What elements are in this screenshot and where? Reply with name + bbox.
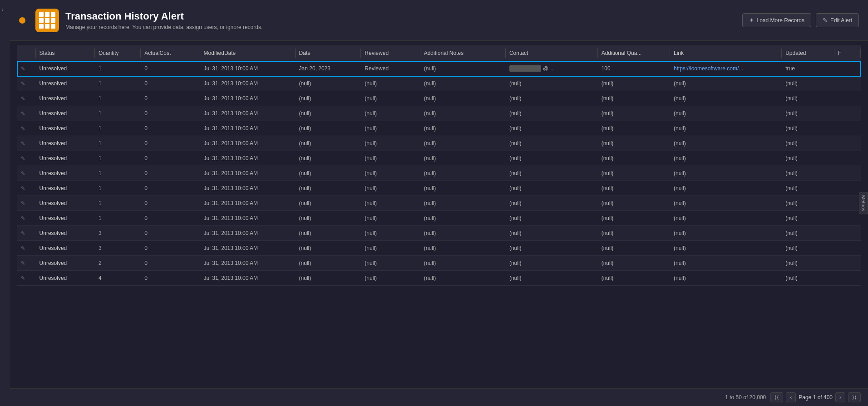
edit-row-icon[interactable]: ✎ bbox=[21, 141, 25, 146]
row-f bbox=[834, 61, 861, 76]
row-date: (null) bbox=[296, 106, 361, 121]
metrics-sidebar-tab[interactable]: Metrics bbox=[859, 192, 868, 214]
row-addqua: (null) bbox=[598, 151, 670, 166]
row-edit-cell[interactable]: ✎ bbox=[17, 256, 36, 271]
pagination-next-button[interactable]: › bbox=[835, 392, 845, 402]
edit-row-icon[interactable]: ✎ bbox=[21, 96, 25, 101]
row-edit-cell[interactable]: ✎ bbox=[17, 196, 36, 211]
row-status: Unresolved bbox=[36, 241, 95, 256]
row-quantity: 4 bbox=[95, 271, 141, 286]
row-status: Unresolved bbox=[36, 211, 95, 226]
row-edit-cell[interactable]: ✎ bbox=[17, 241, 36, 256]
row-edit-cell[interactable]: ✎ bbox=[17, 271, 36, 286]
row-actualcost: 0 bbox=[141, 76, 200, 91]
sidebar-toggle[interactable]: › bbox=[0, 0, 10, 406]
edit-row-icon[interactable]: ✎ bbox=[21, 171, 25, 176]
row-addqua: 100 bbox=[598, 61, 670, 76]
col-header-modifieddate[interactable]: ModifiedDate bbox=[200, 45, 296, 61]
row-addqua: (null) bbox=[598, 76, 670, 91]
row-contact: (null) bbox=[506, 136, 598, 151]
row-f bbox=[834, 241, 861, 256]
row-f bbox=[834, 196, 861, 211]
load-more-records-button[interactable]: ✦ Load More Records bbox=[742, 13, 811, 27]
edit-row-icon[interactable]: ✎ bbox=[21, 215, 25, 221]
col-header-reviewed[interactable]: Reviewed bbox=[361, 45, 420, 61]
app-icon-cell bbox=[45, 24, 49, 29]
row-quantity: 3 bbox=[95, 241, 141, 256]
col-header-quantity[interactable]: Quantity bbox=[95, 45, 141, 61]
pagination-page-label: Page 1 of 400 bbox=[799, 394, 833, 401]
edit-row-icon[interactable]: ✎ bbox=[21, 275, 25, 281]
table-row: ✎Unresolved10Jul 31, 2013 10:00 AM(null)… bbox=[17, 106, 861, 121]
row-actualcost: 0 bbox=[141, 211, 200, 226]
table-row: ✎Unresolved10Jul 31, 2013 10:00 AM(null)… bbox=[17, 76, 861, 91]
row-addnotes: (null) bbox=[420, 241, 506, 256]
table-row: ✎Unresolved10Jul 31, 2013 10:00 AM(null)… bbox=[17, 196, 861, 211]
table-row: ✎Unresolved10Jul 31, 2013 10:00 AM(null)… bbox=[17, 136, 861, 151]
row-quantity: 1 bbox=[95, 106, 141, 121]
row-modifieddate: Jul 31, 2013 10:00 AM bbox=[200, 106, 296, 121]
col-header-status[interactable]: Status bbox=[36, 45, 95, 61]
col-header-updated[interactable]: Updated bbox=[782, 45, 834, 61]
row-edit-cell[interactable]: ✎ bbox=[17, 211, 36, 226]
row-contact: (null) bbox=[506, 196, 598, 211]
row-addqua: (null) bbox=[598, 181, 670, 196]
row-edit-cell[interactable]: ✎ bbox=[17, 136, 36, 151]
edit-row-icon[interactable]: ✎ bbox=[21, 260, 25, 266]
row-actualcost: 0 bbox=[141, 181, 200, 196]
row-link: (null) bbox=[670, 226, 782, 241]
row-addqua: (null) bbox=[598, 106, 670, 121]
row-link: (null) bbox=[670, 181, 782, 196]
table-row: ✎Unresolved10Jul 31, 2013 10:00 AM(null)… bbox=[17, 121, 861, 136]
edit-row-icon[interactable]: ✎ bbox=[21, 66, 25, 71]
col-header-date[interactable]: Date bbox=[296, 45, 361, 61]
edit-row-icon[interactable]: ✎ bbox=[21, 111, 25, 116]
row-edit-cell[interactable]: ✎ bbox=[17, 166, 36, 181]
col-header-addqua[interactable]: Additional Qua... bbox=[598, 45, 670, 61]
edit-icon-btn: ✎ bbox=[823, 17, 828, 24]
edit-row-icon[interactable]: ✎ bbox=[21, 230, 25, 236]
col-header-contact[interactable]: Contact bbox=[506, 45, 598, 61]
row-modifieddate: Jul 31, 2013 10:00 AM bbox=[200, 226, 296, 241]
row-edit-cell[interactable]: ✎ bbox=[17, 121, 36, 136]
row-edit-cell[interactable]: ✎ bbox=[17, 151, 36, 166]
edit-row-icon[interactable]: ✎ bbox=[21, 81, 25, 86]
pagination-first-button[interactable]: ⟨⟨ bbox=[770, 392, 783, 402]
row-edit-cell[interactable]: ✎ bbox=[17, 181, 36, 196]
row-updated: (null) bbox=[782, 256, 834, 271]
row-quantity: 1 bbox=[95, 211, 141, 226]
row-edit-cell[interactable]: ✎ bbox=[17, 61, 36, 76]
edit-row-icon[interactable]: ✎ bbox=[21, 245, 25, 251]
table-header-row: Status Quantity ActualCost ModifiedDate … bbox=[17, 45, 861, 61]
edit-row-icon[interactable]: ✎ bbox=[21, 126, 25, 131]
row-status: Unresolved bbox=[36, 61, 95, 76]
row-edit-cell[interactable]: ✎ bbox=[17, 91, 36, 106]
row-edit-cell[interactable]: ✎ bbox=[17, 76, 36, 91]
row-actualcost: 0 bbox=[141, 136, 200, 151]
edit-alert-button[interactable]: ✎ Edit Alert bbox=[816, 13, 859, 27]
col-header-addnotes[interactable]: Additional Notes bbox=[420, 45, 506, 61]
pagination-last-button[interactable]: ⟩⟩ bbox=[848, 392, 861, 402]
row-addnotes: (null) bbox=[420, 76, 506, 91]
row-actualcost: 0 bbox=[141, 226, 200, 241]
row-updated: true bbox=[782, 61, 834, 76]
edit-row-icon[interactable]: ✎ bbox=[21, 156, 25, 161]
table-row: ✎Unresolved30Jul 31, 2013 10:00 AM(null)… bbox=[17, 226, 861, 241]
edit-row-icon[interactable]: ✎ bbox=[21, 186, 25, 191]
row-actualcost: 0 bbox=[141, 256, 200, 271]
col-header-actualcost[interactable]: ActualCost bbox=[141, 45, 200, 61]
row-f bbox=[834, 106, 861, 121]
table-row: ✎Unresolved10Jul 31, 2013 10:00 AM(null)… bbox=[17, 151, 861, 166]
edit-row-icon[interactable]: ✎ bbox=[21, 201, 25, 206]
row-status: Unresolved bbox=[36, 151, 95, 166]
row-addnotes: (null) bbox=[420, 106, 506, 121]
row-reviewed: (null) bbox=[361, 106, 420, 121]
row-f bbox=[834, 121, 861, 136]
row-edit-cell[interactable]: ✎ bbox=[17, 226, 36, 241]
pagination-prev-button[interactable]: ‹ bbox=[786, 392, 796, 402]
row-addnotes: (null) bbox=[420, 136, 506, 151]
row-edit-cell[interactable]: ✎ bbox=[17, 106, 36, 121]
col-header-f[interactable]: F bbox=[834, 45, 861, 61]
col-header-link[interactable]: Link bbox=[670, 45, 782, 61]
row-contact: (null) bbox=[506, 241, 598, 256]
